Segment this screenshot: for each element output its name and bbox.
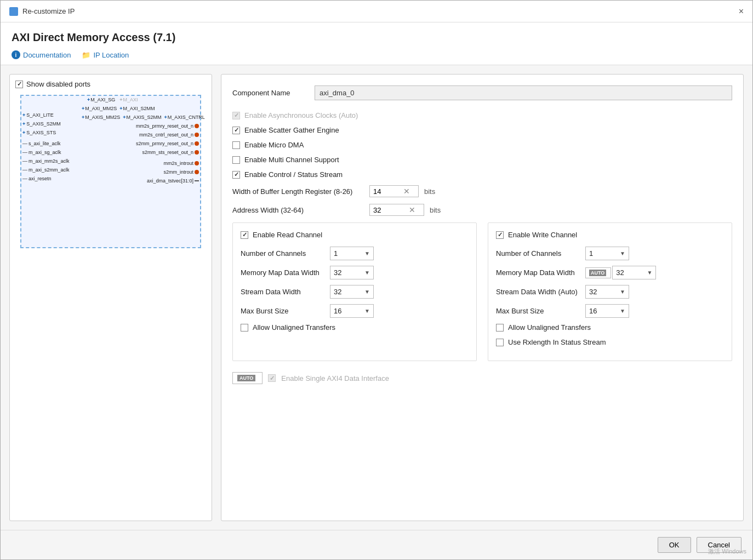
- rc-mm-data-width-row: Memory Map Data Width 32 ▼: [241, 266, 469, 279]
- component-name-input[interactable]: [315, 85, 732, 100]
- wc-mm-data-width-label: Memory Map Data Width: [496, 268, 581, 277]
- option-scatter-gather: Enable Scatter Gather Engine: [232, 126, 732, 134]
- rc-max-burst-label: Max Burst Size: [241, 307, 326, 315]
- ok-button[interactable]: OK: [658, 537, 691, 553]
- port-axi-resetn: — axi_resetn: [22, 176, 70, 181]
- write-channel-label: Enable Write Channel: [508, 231, 577, 239]
- wc-max-burst-label: Max Burst Size: [496, 307, 581, 315]
- chevron-down-icon: ▼: [364, 289, 370, 295]
- documentation-link[interactable]: i Documentation: [12, 50, 71, 59]
- wc-unaligned-checkbox[interactable]: [496, 324, 504, 332]
- plus-icon: +: [119, 106, 122, 111]
- rc-num-channels-value: 1: [334, 249, 338, 258]
- rc-stream-data-width-dropdown[interactable]: 32 ▼: [330, 285, 374, 299]
- left-panel: Show disabled ports + S_AXI_LITE + S_AXI…: [9, 74, 212, 521]
- param-address-width-input-wrap: ✕: [369, 204, 424, 216]
- plus-icon: +: [119, 97, 122, 102]
- component-name-row: Component Name: [232, 85, 732, 100]
- chevron-down-icon: ▼: [620, 289, 625, 295]
- clear-icon[interactable]: ✕: [403, 187, 410, 196]
- rc-num-channels-row: Number of Channels 1 ▼: [241, 247, 469, 260]
- wc-num-channels-dropdown[interactable]: 1 ▼: [585, 247, 629, 260]
- wc-max-burst-dropdown[interactable]: 16 ▼: [585, 304, 629, 318]
- ip-location-link[interactable]: 📁 IP Location: [82, 51, 129, 59]
- wc-mm-data-width-input-group: AUTO 32 ▼: [585, 266, 656, 279]
- port-label: M_AXIS_CNTRL: [168, 115, 205, 120]
- port-m-axi-s2mm: +M_AXI_S2MM: [119, 106, 155, 111]
- param-address-width-input[interactable]: [373, 206, 409, 214]
- enable-axi4-checkbox[interactable]: [268, 374, 276, 382]
- documentation-label: Documentation: [23, 51, 71, 59]
- wc-stream-data-width-dropdown[interactable]: 32 ▼: [585, 285, 629, 299]
- port-dot: [195, 141, 199, 146]
- rc-mm-data-width-label: Memory Map Data Width: [241, 268, 326, 277]
- left-ports: + S_AXI_LITE + S_AXIS_S2MM + S_AXIS_STS …: [22, 112, 70, 181]
- port-m-axi-mm2s-aclk: — m_axi_mm2s_aclk: [22, 158, 70, 164]
- rc-num-channels-dropdown[interactable]: 1 ▼: [330, 247, 374, 260]
- port-s2mm-prmry: s2mm_prmry_reset_out_n: [136, 141, 199, 146]
- wc-num-channels-value: 1: [589, 249, 593, 258]
- show-disabled-checkbox[interactable]: [15, 81, 23, 88]
- port-m-axi-sg: +M_AXI_SG: [87, 97, 115, 102]
- minus-icon: —: [22, 167, 27, 173]
- window-icon: [9, 7, 18, 16]
- enable-axi4-label: Enable Single AXI4 Data Interface: [281, 374, 389, 382]
- port-label: M_AXIS_S2MM: [127, 115, 162, 120]
- wc-rxlength-checkbox[interactable]: [496, 339, 504, 346]
- read-channel-col: Enable Read Channel Number of Channels 1…: [232, 222, 477, 361]
- read-channel-label: Enable Read Channel: [253, 231, 322, 239]
- port-label: mm2s_prmry_reset_out_n: [136, 123, 193, 129]
- wc-unaligned-label: Allow Unaligned Transfers: [508, 323, 591, 332]
- rc-stream-data-width-row: Stream Data Width 32 ▼: [241, 285, 469, 299]
- show-disabled-label[interactable]: Show disabled ports: [26, 80, 90, 88]
- param-buffer-length-input[interactable]: [373, 187, 403, 196]
- minus-icon: —: [22, 158, 27, 164]
- wc-rxlength-label: Use Rxlength In Status Stream: [508, 338, 606, 346]
- port-m-axis-cntrl: +M_AXIS_CNTRL: [164, 115, 205, 120]
- rc-unaligned-checkbox[interactable]: [241, 324, 248, 332]
- port-dot: [195, 161, 199, 165]
- port-s-axis-s2mm: + S_AXIS_S2MM: [22, 121, 70, 127]
- wc-stream-data-width-label: Stream Data Width (Auto): [496, 288, 581, 296]
- write-channel-checkbox[interactable]: [496, 231, 504, 239]
- port-label: S_AXI_LITE: [26, 112, 54, 118]
- chevron-down-icon: ▼: [647, 270, 652, 276]
- port-dot: [195, 150, 199, 155]
- port-m-axi-sg-aclk: — m_axi_sg_aclk: [22, 150, 70, 155]
- port-label: mm2s_introut: [163, 161, 193, 166]
- port-label: m_axi_sg_aclk: [28, 150, 61, 155]
- ip-location-label: IP Location: [93, 51, 129, 59]
- plus-icon: +: [87, 97, 90, 102]
- app-title: AXI Direct Memory Access (7.1): [12, 31, 741, 44]
- async-clocks-checkbox[interactable]: [232, 112, 240, 119]
- port-line: [195, 180, 199, 181]
- window-title: Re-customize IP: [22, 7, 75, 15]
- chevron-down-icon: ▼: [364, 270, 370, 276]
- top-ports-3: +M_AXIS_MM2S +M_AXIS_S2MM +M_AXIS_CNTRL: [82, 115, 205, 120]
- rc-mm-data-width-dropdown[interactable]: 32 ▼: [330, 266, 374, 279]
- right-panel: Component Name Enable Asynchronous Clock…: [221, 74, 744, 521]
- rc-max-burst-value: 16: [334, 307, 341, 315]
- scatter-gather-checkbox[interactable]: [232, 127, 240, 134]
- control-status-checkbox[interactable]: [232, 171, 240, 179]
- port-dot: [195, 170, 199, 174]
- multi-channel-checkbox[interactable]: [232, 156, 240, 164]
- control-status-label: Enable Control / Status Stream: [244, 170, 343, 179]
- component-name-label: Component Name: [232, 89, 309, 97]
- wc-num-channels-label: Number of Channels: [496, 249, 581, 258]
- wc-num-channels-row: Number of Channels 1 ▼: [496, 247, 724, 260]
- rc-stream-data-width-label: Stream Data Width: [241, 288, 326, 296]
- micro-dma-checkbox[interactable]: [232, 141, 240, 149]
- close-button[interactable]: ×: [739, 7, 744, 16]
- clear-icon[interactable]: ✕: [409, 205, 415, 214]
- wc-mm-data-width-value: 32: [616, 268, 624, 277]
- port-m-axi: +M_AXI: [119, 97, 138, 102]
- rc-max-burst-dropdown[interactable]: 16 ▼: [330, 304, 374, 318]
- wc-mm-data-width-dropdown[interactable]: 32 ▼: [612, 266, 656, 279]
- port-s-axi-lite: + S_AXI_LITE: [22, 112, 70, 118]
- channels-section: Enable Read Channel Number of Channels 1…: [232, 222, 732, 361]
- chevron-down-icon: ▼: [620, 250, 625, 256]
- read-channel-checkbox[interactable]: [241, 231, 248, 239]
- plus-icon: +: [22, 121, 25, 127]
- port-label: s2mm_introut: [163, 169, 193, 175]
